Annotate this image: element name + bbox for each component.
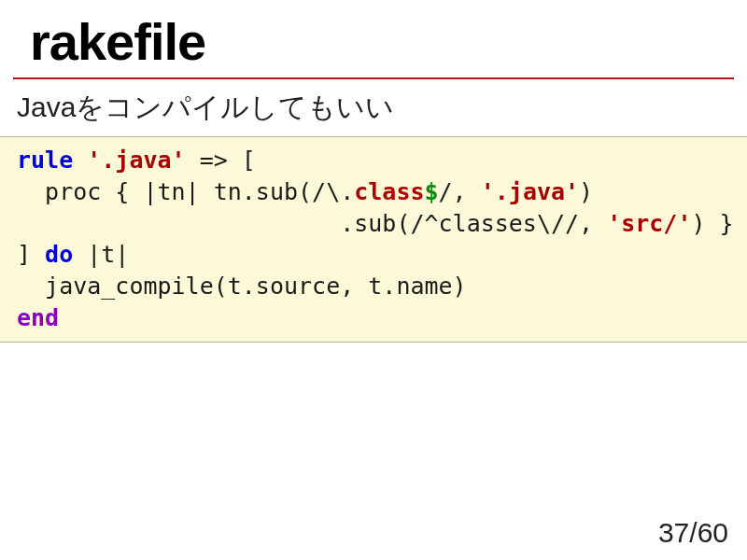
code-text: java_compile(t.source, t.name): [17, 273, 467, 300]
code-keyword: rule: [17, 147, 73, 174]
code-text: proc { |tn| tn.sub(/\.: [17, 178, 354, 205]
code-keyword: do: [45, 241, 73, 268]
code-text: ): [579, 178, 593, 205]
code-dollar: $: [425, 178, 439, 205]
code-text: ]: [17, 241, 45, 268]
code-text: => [: [186, 147, 256, 174]
slide-subtitle: Javaをコンパイルしてもいい: [0, 79, 747, 136]
code-string: 'src/': [593, 210, 691, 237]
page-separator: /: [689, 517, 697, 548]
page-current: 37: [658, 517, 689, 548]
code-string: '.java': [467, 178, 579, 205]
code-end: end: [17, 304, 59, 331]
slide-title: rakefile: [13, 0, 734, 79]
code-text: ) }: [691, 210, 733, 237]
code-class: class: [354, 178, 424, 205]
code-block: rule '.java' => [ proc { |tn| tn.sub(/\.…: [0, 136, 747, 343]
page-number: 37/60: [658, 517, 728, 549]
page-total: 60: [698, 517, 728, 548]
code-text: |t|: [73, 241, 129, 268]
code-text: .sub(/^classes\//,: [17, 210, 593, 237]
code-text: /,: [439, 178, 467, 205]
code-string: '.java': [73, 147, 185, 174]
